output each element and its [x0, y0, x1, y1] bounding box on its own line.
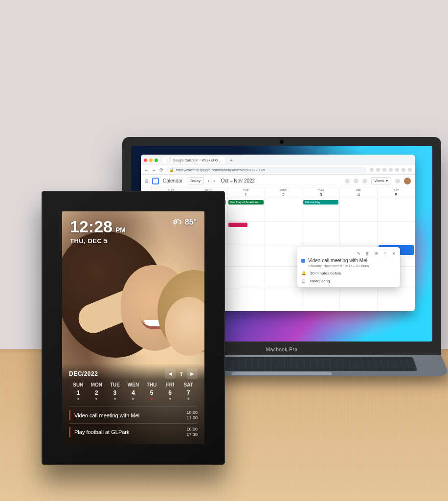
search-icon[interactable] — [345, 179, 350, 183]
gcal-header: ≡ Calendar Today ‹ › Oct – Nov 2022 Week… — [141, 175, 415, 187]
prev-week-icon[interactable]: ‹ — [208, 178, 209, 183]
event-color-icon — [301, 259, 305, 263]
ext-icon[interactable] — [376, 168, 380, 172]
event-color-bar — [69, 427, 70, 437]
event-reminder: 30 minutes before — [310, 271, 341, 275]
event-title: Video call meeting with Mel — [308, 258, 369, 263]
extension-icons — [370, 168, 412, 172]
event-times: 10:0011:00 — [186, 410, 198, 421]
weather-widget[interactable]: 85° — [172, 217, 197, 227]
temperature: 85° — [185, 218, 197, 227]
frame-calendar-panel: DEC/2022 ◄ T ► SUN1 MON2 TUE3 WEN4 THU5 … — [62, 364, 204, 444]
forward-icon[interactable]: → — [152, 167, 157, 173]
digital-frame: 12:28 PM THU, DEC 5 85° DEC/2022 ◄ T ► — [42, 191, 225, 465]
ext-icon[interactable] — [402, 168, 405, 172]
view-switcher[interactable]: Week ▾ — [371, 177, 391, 184]
calendar-icon: ▢ — [301, 278, 306, 283]
webcam — [280, 140, 283, 143]
browser-tab-title: Google Calendar - Week of O… — [173, 159, 221, 162]
window-zoom-icon[interactable] — [155, 159, 158, 162]
calendar-month: DEC/2022 — [69, 370, 98, 377]
browser-tab-strip: Google Calendar - Week of O… + — [141, 155, 415, 165]
window-close-icon[interactable] — [144, 159, 147, 162]
event-time: Saturday, November 5 · 9:30 – 10:30am — [308, 264, 369, 268]
browser-tab[interactable]: Google Calendar - Week of O… — [163, 157, 225, 163]
more-icon[interactable]: ⋮ — [382, 251, 387, 256]
event-title: Play football at GLPark — [74, 429, 182, 435]
event-chip[interactable] — [228, 223, 248, 227]
week-strip: SUN1 MON2 TUE3 WEN4 THU5 FRI6 SAT7 — [69, 382, 198, 404]
allday-event[interactable]: Culture Day — [303, 200, 338, 205]
allday-event[interactable]: First Day of American… — [228, 200, 264, 205]
event-row[interactable]: Video call meeting with Mel 10:0011:00 — [69, 407, 198, 424]
lock-icon: 🔒 — [169, 168, 174, 172]
ext-icon[interactable] — [389, 168, 393, 172]
event-row[interactable]: Play football at GLPark 16:0017:30 — [69, 423, 198, 440]
gcal-logo-icon — [152, 178, 159, 184]
account-avatar[interactable] — [404, 178, 411, 184]
close-icon[interactable]: ✕ — [391, 251, 396, 256]
edit-icon[interactable]: ✎ — [356, 251, 361, 256]
view-mode[interactable]: T — [179, 371, 183, 377]
next-button[interactable]: ► — [187, 368, 198, 379]
delete-icon[interactable]: 🗑 — [365, 251, 370, 256]
ext-icon[interactable] — [370, 168, 374, 172]
event-color-bar — [69, 410, 70, 421]
help-icon[interactable] — [354, 179, 358, 183]
date-range: Oct – Nov 2022 — [221, 178, 255, 183]
today-cell[interactable]: 5 — [142, 389, 161, 404]
today-button[interactable]: Today — [187, 177, 204, 184]
calendar-favicon-icon — [167, 158, 171, 162]
settings-gear-icon[interactable] — [362, 179, 367, 183]
browser-toolbar: ← → ⟳ 🔒 https://calendar.google.com/cale… — [141, 165, 415, 175]
ext-icon[interactable] — [382, 168, 386, 172]
gcal-app-name: Calendar — [163, 178, 183, 183]
address-bar[interactable]: 🔒 https://calendar.google.com/calendar/u… — [166, 167, 367, 173]
new-tab-button[interactable]: + — [230, 158, 233, 163]
bell-icon: 🔔 — [301, 271, 306, 275]
event-owner: Nang Dang — [310, 279, 330, 283]
ext-icon[interactable] — [395, 168, 399, 172]
date-label: THU, DEC 5 — [70, 237, 126, 245]
frame-status-bar: 12:28 PM THU, DEC 5 85° — [70, 217, 197, 245]
event-title: Video call meeting with Mel — [74, 412, 182, 418]
hamburger-icon[interactable]: ≡ — [145, 178, 148, 184]
svg-point-0 — [174, 221, 177, 224]
event-list: Video call meeting with Mel 10:0011:00 P… — [69, 407, 198, 440]
back-icon[interactable]: ← — [144, 167, 149, 173]
event-times: 16:0017:30 — [186, 427, 198, 437]
next-week-icon[interactable]: › — [213, 178, 215, 183]
clock: 12:28 PM — [70, 217, 126, 236]
window-minimize-icon[interactable] — [149, 159, 153, 162]
event-popover: ✎ 🗑 ✉ ⋮ ✕ Video call meeting with Mel — [297, 247, 400, 287]
ext-icon[interactable] — [408, 168, 412, 172]
mail-icon[interactable]: ✉ — [374, 251, 379, 256]
address-url: https://calendar.google.com/calendar/u/0… — [176, 168, 265, 172]
weather-icon — [172, 217, 182, 227]
frame-screen[interactable]: 12:28 PM THU, DEC 5 85° DEC/2022 ◄ T ► — [62, 211, 204, 444]
apps-grid-icon[interactable] — [395, 179, 400, 183]
reload-icon[interactable]: ⟳ — [159, 167, 163, 173]
prev-button[interactable]: ◄ — [165, 368, 176, 379]
